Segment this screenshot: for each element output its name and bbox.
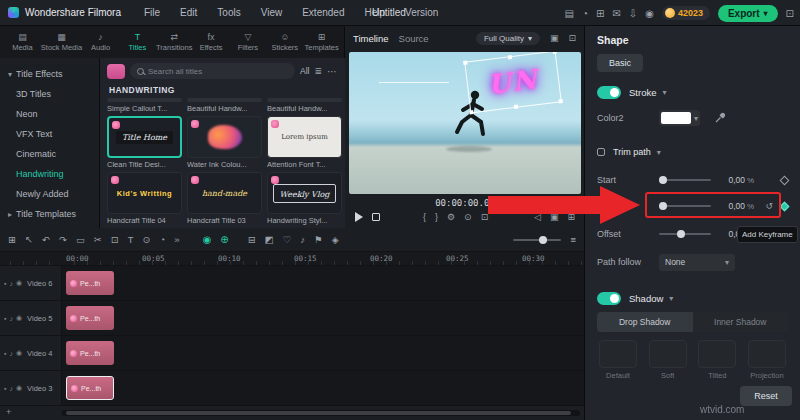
auto-ripple-toggle-icon[interactable]: ⊕ <box>220 234 228 245</box>
preset-projection[interactable]: Projection <box>746 340 788 380</box>
mark-out-icon[interactable]: } <box>435 212 438 222</box>
search-input[interactable] <box>148 67 288 76</box>
detach-preview-icon[interactable]: ⊡ <box>568 33 576 43</box>
start-value[interactable]: 0,00 <box>719 175 745 185</box>
preset-thumbnail[interactable] <box>649 340 687 368</box>
mute-icon[interactable]: ♪ <box>9 280 13 287</box>
title-thumbnail[interactable]: hand-made <box>187 172 262 214</box>
chevron-down-icon[interactable]: ▾ <box>662 88 666 97</box>
select-tool-icon[interactable]: ↖ <box>25 234 33 245</box>
preset-thumbnail[interactable] <box>698 340 736 368</box>
sidebar-item-vfx-text[interactable]: VFX Text <box>0 124 99 144</box>
preset-thumbnail[interactable] <box>599 340 637 368</box>
slider-knob[interactable] <box>539 236 547 244</box>
title-thumbnail-partial[interactable] <box>107 98 182 102</box>
drop-shadow-tab[interactable]: Drop Shadow <box>597 312 693 332</box>
timeline-scrollbar[interactable] <box>62 410 580 416</box>
tab-titles[interactable]: T Titles <box>119 30 156 54</box>
timeline-ruler[interactable]: 00:00 00:05 00:10 00:15 00:20 00:25 00:3… <box>0 252 584 266</box>
timeline-clip[interactable]: Pe...th <box>66 341 114 365</box>
add-track-icon[interactable]: + <box>6 407 11 417</box>
favorite-icon[interactable]: ♡ <box>283 234 292 245</box>
tab-templates[interactable]: ⊞ Templates <box>303 30 340 54</box>
title-card-partial[interactable]: Beautiful Handw... <box>267 98 342 113</box>
chevron-down-icon[interactable]: ▾ <box>657 148 661 157</box>
resize-handle[interactable] <box>508 55 512 59</box>
marker-icon[interactable]: ⚑ <box>314 234 323 245</box>
speed-icon[interactable]: ◔ <box>160 234 166 245</box>
export-button[interactable]: Export ▾ <box>718 5 778 22</box>
track-header[interactable]: ▪ ♪ ◉ Video 4 <box>0 336 62 370</box>
redo-icon[interactable]: ↷ <box>59 234 67 245</box>
download-icon[interactable]: ⇩ <box>629 8 637 19</box>
title-card-water-ink[interactable]: Water Ink Colou... <box>187 116 262 169</box>
title-card-handwriting-style[interactable]: Weekly Vlog Handwriting Styl... <box>267 172 342 225</box>
track-menu-icon[interactable]: ≡ <box>570 234 576 245</box>
feedback-icon[interactable]: ✉ <box>612 8 620 19</box>
visibility-icon[interactable]: ◉ <box>16 349 22 357</box>
color-swatch[interactable] <box>661 112 691 124</box>
offset-slider[interactable] <box>659 233 711 235</box>
tab-effects[interactable]: fx Effects <box>193 30 230 54</box>
settings-icon[interactable]: ⚙ <box>447 212 455 222</box>
title-card-partial[interactable]: Beautiful Handw... <box>187 98 262 113</box>
timeline-clip[interactable]: Pe...th <box>66 306 114 330</box>
title-thumbnail[interactable]: Weekly Vlog <box>267 172 342 214</box>
lock-icon[interactable]: ▪ <box>4 385 6 392</box>
workspace-icon[interactable]: ⊞ <box>596 8 604 19</box>
slider-knob[interactable] <box>659 176 667 184</box>
mask-icon[interactable]: ◩ <box>265 234 274 245</box>
play-button[interactable] <box>355 212 363 222</box>
preset-thumbnail[interactable] <box>748 340 786 368</box>
mute-icon[interactable]: ♪ <box>9 350 13 357</box>
preset-soft[interactable]: Soft <box>647 340 689 380</box>
shadow-toggle[interactable] <box>597 292 621 305</box>
title-thumbnail[interactable]: Lorem ipsum <box>267 116 342 158</box>
undo-icon[interactable]: ↶ <box>42 234 50 245</box>
more-tools-icon[interactable]: » <box>174 234 179 245</box>
title-thumbnail[interactable] <box>187 116 262 158</box>
stroke-toggle[interactable] <box>597 86 621 99</box>
search-box[interactable] <box>130 63 295 79</box>
track-lane[interactable]: Pe...th <box>62 266 584 300</box>
title-card-attention-font[interactable]: Lorem ipsum Attention Font T... <box>267 116 342 169</box>
track-header[interactable]: ▪ ♪ ◉ Video 5 <box>0 301 62 335</box>
title-card-handcraft-04[interactable]: Kid's Writting Handcraft Title 04 <box>107 172 182 225</box>
track-header[interactable]: ▪ ♪ ◉ Video 6 <box>0 266 62 300</box>
record-icon[interactable]: ⊙ <box>143 234 151 245</box>
snapshot-icon[interactable]: ⊙ <box>464 212 472 222</box>
keyframe-toggle-icon[interactable]: ◉ <box>203 234 212 245</box>
title-card-partial[interactable]: Simple Callout T... <box>107 98 182 113</box>
timeline-zoom-slider[interactable] <box>513 239 561 241</box>
tab-audio[interactable]: ♪ Audio <box>82 30 119 54</box>
resize-handle[interactable] <box>514 105 518 109</box>
sidebar-item-neon[interactable]: Neon <box>0 104 99 124</box>
split-icon[interactable]: ✂ <box>94 234 102 245</box>
mute-icon[interactable]: ♪ <box>9 385 13 392</box>
start-keyframe-icon[interactable] <box>780 175 790 185</box>
sidebar-item-title-templates[interactable]: ▸ Title Templates <box>0 204 99 224</box>
filter-icon[interactable]: ≣ <box>314 66 322 76</box>
favorites-folder-button[interactable] <box>107 64 125 79</box>
color-picker-dropdown[interactable]: ▾ <box>659 110 700 126</box>
sidebar-item-cinematic[interactable]: Cinematic <box>0 144 99 164</box>
tab-stock-media[interactable]: ▦ Stock Media <box>41 30 82 54</box>
chevron-down-icon[interactable]: ▾ <box>669 294 673 303</box>
neon-title-text[interactable]: UN <box>486 64 540 100</box>
preview-tab-timeline[interactable]: Timeline <box>353 33 389 44</box>
add-keyframe-button[interactable] <box>780 201 790 211</box>
sidebar-item-title-effects[interactable]: ▾ Title Effects <box>0 64 99 84</box>
menu-tools[interactable]: Tools <box>210 7 247 18</box>
slider-knob[interactable] <box>677 230 685 238</box>
capture-icon[interactable]: ⊡ <box>786 8 794 19</box>
sidebar-item-newly-added[interactable]: Newly Added <box>0 184 99 204</box>
view-grid-icon[interactable]: ⊞ <box>8 234 16 245</box>
path-follow-dropdown[interactable]: None ▾ <box>659 254 735 271</box>
preset-tilted[interactable]: Tilted <box>696 340 738 380</box>
store-icon[interactable]: ▤ <box>564 8 573 19</box>
start-slider[interactable] <box>659 179 711 181</box>
chroma-key-icon[interactable]: ◈ <box>332 234 339 245</box>
visibility-icon[interactable]: ◉ <box>16 314 22 322</box>
sidebar-item-handwriting[interactable]: Handwriting <box>0 164 99 184</box>
layout-icon[interactable]: ▣ <box>550 33 559 43</box>
